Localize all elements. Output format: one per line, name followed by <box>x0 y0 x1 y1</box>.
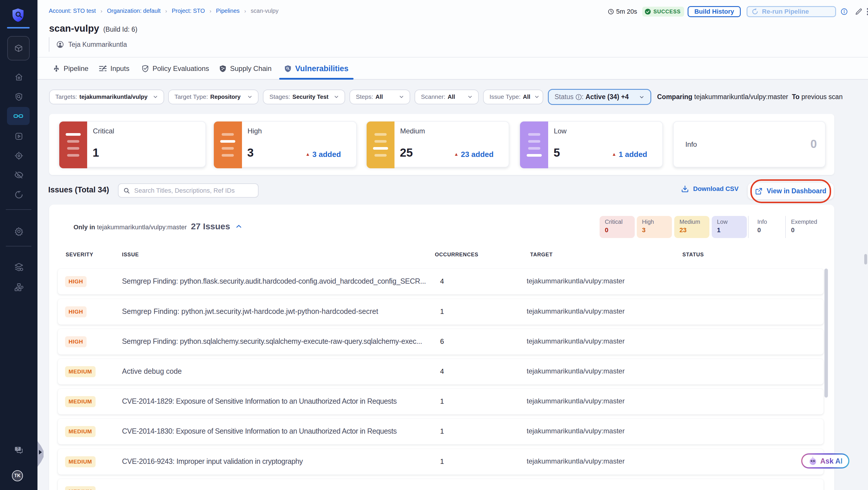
svg-text:?: ? <box>17 447 19 451</box>
